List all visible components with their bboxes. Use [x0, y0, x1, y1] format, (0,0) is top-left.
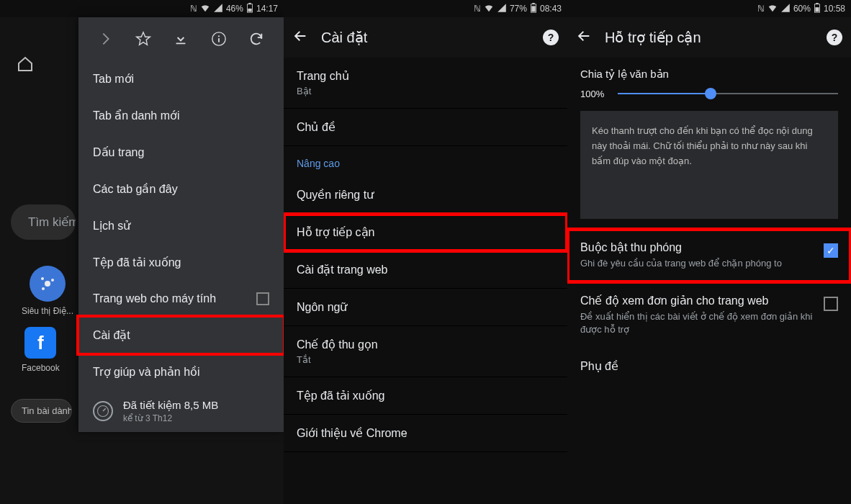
- nfc-icon: ℕ: [757, 4, 765, 14]
- nfc-icon: ℕ: [190, 4, 197, 14]
- status-bar: ℕ 60% 10:58: [567, 0, 851, 17]
- forward-icon[interactable]: [97, 30, 114, 48]
- home-icon[interactable]: [11, 50, 40, 78]
- captions-row[interactable]: Phụ đề: [567, 348, 851, 387]
- svg-point-6: [42, 287, 45, 290]
- setting-theme[interactable]: Chủ đề: [284, 109, 567, 146]
- text-scaling-label: Chia tỷ lệ văn bản: [580, 68, 838, 81]
- simplified-checkbox[interactable]: [824, 297, 838, 311]
- text-scaling-slider[interactable]: [618, 86, 838, 101]
- svg-point-3: [45, 281, 50, 287]
- setting-site-settings[interactable]: Cài đặt trang web: [284, 251, 567, 289]
- menu-settings[interactable]: Cài đặt: [78, 317, 284, 354]
- setting-homepage[interactable]: Trang chủ Bật: [284, 58, 567, 109]
- shortcut-label: Facebook: [22, 363, 60, 373]
- download-icon[interactable]: [172, 30, 189, 48]
- setting-accessibility[interactable]: Hỗ trợ tiếp cận: [284, 214, 567, 251]
- svg-rect-2: [248, 8, 251, 11]
- setting-language[interactable]: Ngôn ngữ: [284, 289, 567, 326]
- clock-text: 10:58: [824, 4, 845, 14]
- data-saved-line2: kể từ 3 Th12: [123, 413, 218, 423]
- battery-icon: [530, 3, 537, 15]
- section-advanced: Nâng cao: [284, 146, 567, 176]
- text-scaling-value: 100%: [580, 89, 609, 99]
- signal-icon: [780, 3, 791, 15]
- svg-rect-15: [816, 3, 819, 4]
- force-zoom-row[interactable]: Buộc bật thu phóng Ghi đè yêu cầu của tr…: [567, 229, 851, 282]
- menu-new-tab[interactable]: Tab mới: [78, 60, 284, 97]
- wifi-icon: [767, 3, 778, 15]
- help-icon[interactable]: ?: [827, 30, 842, 45]
- back-icon[interactable]: [292, 28, 308, 47]
- data-saved-line1: Đã tiết kiệm 8,5 MB: [123, 399, 218, 412]
- force-zoom-checkbox[interactable]: ✓: [824, 243, 838, 258]
- overflow-menu: Tab mới Tab ẩn danh mới Dấu trang Các ta…: [78, 17, 284, 432]
- setting-downloads[interactable]: Tệp đã tải xuống: [284, 377, 567, 415]
- menu-help[interactable]: Trợ giúp và phản hồi: [78, 354, 284, 390]
- wifi-icon: [484, 3, 494, 15]
- search-input[interactable]: Tìm kiếm: [11, 204, 76, 240]
- simplified-view-row[interactable]: Chế độ xem đơn giản cho trang web Đề xuấ…: [567, 282, 851, 348]
- reload-icon[interactable]: [248, 30, 265, 48]
- back-icon[interactable]: [576, 28, 592, 47]
- menu-recent-tabs[interactable]: Các tab gần đây: [78, 171, 284, 207]
- battery-icon: [246, 3, 253, 15]
- svg-rect-1: [248, 3, 251, 4]
- menu-bookmarks[interactable]: Dấu trang: [78, 134, 284, 171]
- setting-lite-mode[interactable]: Chế độ thu gọn Tắt: [284, 326, 567, 377]
- star-icon[interactable]: [135, 30, 152, 48]
- battery-text: 46%: [226, 4, 243, 14]
- page-title: Hỗ trợ tiếp cận: [605, 29, 814, 46]
- text-scaling-hint: Kéo thanh trượt cho đến khi bạn có thể đ…: [580, 111, 838, 219]
- news-chip[interactable]: Tin bài dành: [11, 399, 72, 423]
- svg-rect-13: [531, 6, 535, 12]
- menu-downloads[interactable]: Tệp đã tải xuống: [78, 244, 284, 281]
- battery-icon: [814, 3, 821, 15]
- battery-text: 77%: [510, 4, 527, 14]
- menu-new-incognito[interactable]: Tab ẩn danh mới: [78, 97, 284, 134]
- shortcut-item[interactable]: f Facebook: [22, 327, 60, 373]
- force-zoom-sub: Ghi đè yêu cầu của trang web để chặn phó…: [580, 257, 814, 270]
- desktop-site-checkbox[interactable]: [256, 292, 269, 305]
- data-saver-info[interactable]: Đã tiết kiệm 8,5 MB kể từ 3 Th12: [78, 390, 284, 432]
- force-zoom-title: Buộc bật thu phóng: [580, 240, 814, 254]
- svg-point-4: [41, 277, 44, 280]
- status-bar: ℕ 77% 08:43: [284, 0, 567, 17]
- battery-text: 60%: [793, 4, 811, 14]
- signal-icon: [213, 3, 223, 15]
- captions-title: Phụ đề: [580, 359, 838, 373]
- setting-about[interactable]: Giới thiệu về Chrome: [284, 415, 567, 452]
- status-bar: ℕ 46% 14:17: [0, 0, 284, 17]
- shortcut-label: Siêu thị Điệ...: [22, 306, 73, 316]
- shortcut-icon: [30, 266, 66, 302]
- svg-rect-9: [218, 38, 220, 42]
- info-icon[interactable]: [210, 30, 228, 48]
- simplified-title: Chế độ xem đơn giản cho trang web: [580, 294, 814, 307]
- svg-rect-12: [532, 3, 535, 4]
- svg-point-8: [218, 35, 220, 37]
- shortcut-item[interactable]: Siêu thị Điệ...: [22, 266, 73, 316]
- menu-desktop-site[interactable]: Trang web cho máy tính: [78, 281, 284, 317]
- svg-point-5: [51, 279, 54, 282]
- slider-thumb[interactable]: [705, 88, 716, 99]
- svg-rect-16: [815, 7, 819, 12]
- clock-text: 14:17: [256, 4, 278, 14]
- page-title: Cài đặt: [321, 29, 530, 46]
- simplified-sub: Đề xuất hiển thị các bài viết ở chế độ x…: [580, 310, 814, 336]
- facebook-icon: f: [24, 327, 56, 359]
- wifi-icon: [200, 3, 210, 15]
- clock-text: 08:43: [540, 4, 562, 14]
- help-icon[interactable]: ?: [543, 30, 559, 45]
- setting-privacy[interactable]: Quyền riêng tư: [284, 176, 567, 214]
- nfc-icon: ℕ: [474, 4, 481, 14]
- speedometer-icon: [93, 401, 113, 421]
- menu-history[interactable]: Lịch sử: [78, 207, 284, 244]
- signal-icon: [497, 3, 507, 15]
